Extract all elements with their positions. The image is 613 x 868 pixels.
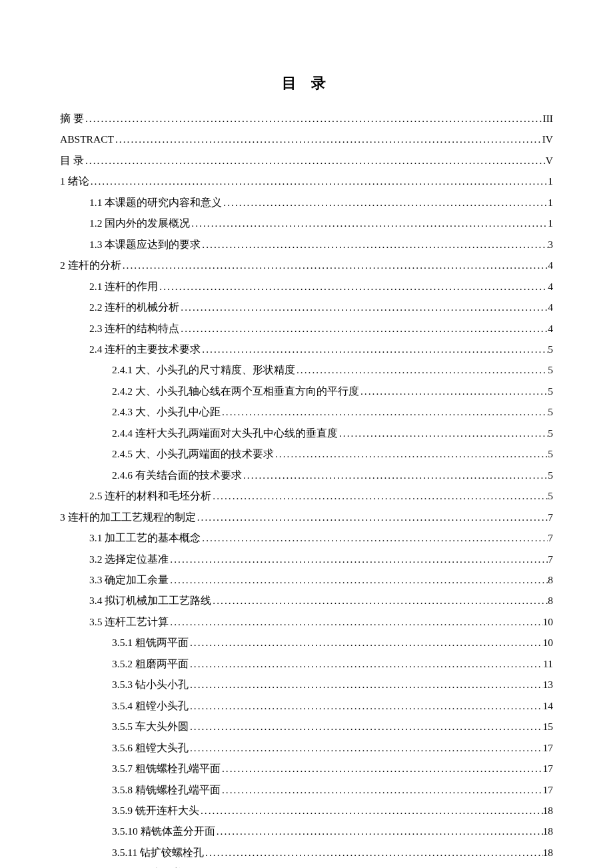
toc-entry-title: 3.5.1 粗铣两平面 bbox=[112, 632, 189, 653]
toc-entry: 摘 要III bbox=[60, 108, 553, 129]
toc-entry-page: 18 bbox=[543, 800, 554, 821]
toc-leader-dots bbox=[359, 381, 548, 401]
toc-entry-title: 3.5.2 粗磨两平面 bbox=[112, 653, 189, 674]
toc-entry-page: 3 bbox=[548, 234, 553, 255]
toc-entry-page: IV bbox=[542, 129, 553, 149]
toc-entry: 1.1 本课题的研究内容和意义1 bbox=[60, 192, 553, 213]
toc-entry: 3.5 连杆工艺计算10 bbox=[60, 611, 553, 632]
toc-entry-page: 5 bbox=[548, 359, 553, 380]
toc-leader-dots bbox=[121, 255, 548, 275]
toc-entry-page: 7 bbox=[548, 549, 553, 569]
toc-entry-page: 18 bbox=[543, 821, 554, 841]
toc-entry: 3.5.9 铣开连杆大头18 bbox=[60, 800, 553, 821]
toc-entry: 3.5.3 钻小头小孔13 bbox=[60, 674, 553, 695]
toc-entry-page: 18 bbox=[543, 842, 554, 863]
toc-entry-page: 5 bbox=[548, 339, 553, 359]
toc-entry-title: 3.1 加工工艺的基本概念 bbox=[89, 527, 201, 548]
toc-entry-page: 4 bbox=[548, 276, 553, 297]
toc-entry-title: 2 连杆的分析 bbox=[60, 255, 121, 275]
page-title: 目 录 bbox=[60, 73, 553, 93]
toc-entry-page: 5 bbox=[548, 401, 553, 422]
toc-entry: 2.4.1 大、小头孔的尺寸精度、形状精度5 bbox=[60, 359, 553, 380]
toc-entry: 1.2 国内外的发展概况1 bbox=[60, 213, 553, 233]
toc-leader-dots bbox=[196, 507, 548, 527]
toc-entry: 3.3 确定加工余量8 bbox=[60, 569, 553, 590]
toc-entry-title: 3.5.7 粗铣螺栓孔端平面 bbox=[112, 758, 221, 779]
toc-entry-page: 17 bbox=[543, 737, 554, 758]
toc-entry-page: V bbox=[546, 150, 553, 171]
toc-entry-title: 3.2 选择定位基准 bbox=[89, 549, 169, 569]
toc-entry-page: 11 bbox=[543, 653, 553, 674]
toc-leader-dots bbox=[169, 611, 542, 632]
toc-entry: 3.5.1 粗铣两平面10 bbox=[60, 632, 553, 653]
toc-leader-dots bbox=[201, 527, 548, 548]
toc-leader-dots bbox=[215, 821, 543, 841]
toc-entry-title: 2.2 连杆的机械分析 bbox=[89, 297, 179, 317]
toc-entry-page: 4 bbox=[548, 318, 553, 339]
toc-entry: 2.1 连杆的作用4 bbox=[60, 276, 553, 297]
toc-leader-dots bbox=[189, 737, 543, 758]
toc-entry-title: 3.5.10 精铣体盖分开面 bbox=[112, 821, 215, 841]
toc-entry-title: 3.5.6 粗镗大头孔 bbox=[112, 737, 189, 758]
toc-entry-page: 4 bbox=[548, 297, 553, 317]
toc-leader-dots bbox=[338, 423, 548, 443]
toc-leader-dots bbox=[199, 800, 543, 821]
toc-leader-dots bbox=[89, 171, 548, 191]
toc-entry-title: 2.5 连杆的材料和毛坯分析 bbox=[89, 485, 211, 506]
toc-entry-title: 3.5.12 精磨体盖分开面 bbox=[112, 863, 215, 868]
toc-entry: 3.5.6 粗镗大头孔17 bbox=[60, 737, 553, 758]
toc-entry-page: 5 bbox=[548, 381, 553, 401]
toc-entry: 2.3 连杆的结构特点4 bbox=[60, 318, 553, 339]
toc-entry-title: 摘 要 bbox=[60, 108, 84, 129]
toc-entry: 3 连杆的加工工艺规程的制定7 bbox=[60, 507, 553, 527]
toc-entry-title: 1.1 本课题的研究内容和意义 bbox=[89, 192, 222, 213]
toc-entry-title: 1.2 国内外的发展概况 bbox=[89, 213, 190, 233]
toc-entry-title: ABSTRACT bbox=[60, 129, 114, 149]
toc-entry: 3.5.10 精铣体盖分开面18 bbox=[60, 821, 553, 841]
toc-entry: ABSTRACTIV bbox=[60, 129, 553, 149]
toc-entry-page: 1 bbox=[548, 213, 553, 233]
toc-entry-page: 8 bbox=[548, 590, 553, 611]
toc-entry: 1 绪论1 bbox=[60, 171, 553, 191]
toc-entry-page: 17 bbox=[543, 758, 554, 779]
toc-entry: 3.5.12 精磨体盖分开面20 bbox=[60, 863, 553, 868]
toc-entry-page: 5 bbox=[548, 465, 553, 485]
toc-entry-page: 14 bbox=[543, 695, 554, 716]
toc-entry-page: 4 bbox=[548, 255, 553, 275]
toc-entry-page: 5 bbox=[548, 423, 553, 443]
toc-leader-dots bbox=[179, 297, 548, 317]
toc-leader-dots bbox=[189, 653, 543, 674]
toc-entry-title: 2.3 连杆的结构特点 bbox=[89, 318, 179, 339]
toc-leader-dots bbox=[204, 842, 542, 863]
toc-leader-dots bbox=[222, 192, 548, 213]
toc-leader-dots bbox=[221, 401, 548, 422]
toc-entry: 目 录V bbox=[60, 150, 553, 171]
toc-leader-dots bbox=[158, 276, 548, 297]
toc-entry-page: 5 bbox=[548, 443, 553, 464]
toc-entry-page: 10 bbox=[543, 632, 554, 653]
toc-entry-title: 3.5.4 粗镗小头孔 bbox=[112, 695, 189, 716]
toc-leader-dots bbox=[201, 339, 548, 359]
toc-leader-dots bbox=[189, 632, 543, 653]
toc-entry-title: 3.4 拟订机械加工工艺路线 bbox=[89, 590, 211, 611]
toc-entry-title: 1 绪论 bbox=[60, 171, 89, 191]
toc-entry-title: 2.4.5 大、小头孔两端面的技术要求 bbox=[112, 443, 274, 464]
toc-entry: 3.4 拟订机械加工工艺路线8 bbox=[60, 590, 553, 611]
toc-entry: 2.5 连杆的材料和毛坯分析5 bbox=[60, 485, 553, 506]
toc-entry-title: 2.4.4 连杆大头孔两端面对大头孔中心线的垂直度 bbox=[112, 423, 338, 443]
toc-leader-dots bbox=[169, 549, 548, 569]
toc-entry: 3.5.5 车大头外圆15 bbox=[60, 716, 553, 737]
toc-entry-title: 2.1 连杆的作用 bbox=[89, 276, 158, 297]
toc-entry: 2.4 连杆的主要技术要求5 bbox=[60, 339, 553, 359]
toc-entry-page: 8 bbox=[548, 569, 553, 590]
toc-leader-dots bbox=[189, 716, 543, 737]
toc-leader-dots bbox=[179, 318, 548, 339]
toc-entry-page: 13 bbox=[543, 674, 554, 695]
toc-entry: 2.4.2 大、小头孔轴心线在两个互相垂直方向的平行度5 bbox=[60, 381, 553, 401]
toc-entry-title: 3.5.3 钻小头小孔 bbox=[112, 674, 189, 695]
toc-entry: 2.4.4 连杆大头孔两端面对大头孔中心线的垂直度5 bbox=[60, 423, 553, 443]
toc-leader-dots bbox=[211, 590, 548, 611]
toc-leader-dots bbox=[295, 359, 548, 380]
toc-entry: 3.5.2 粗磨两平面11 bbox=[60, 653, 553, 674]
toc-entry: 3.5.4 粗镗小头孔14 bbox=[60, 695, 553, 716]
